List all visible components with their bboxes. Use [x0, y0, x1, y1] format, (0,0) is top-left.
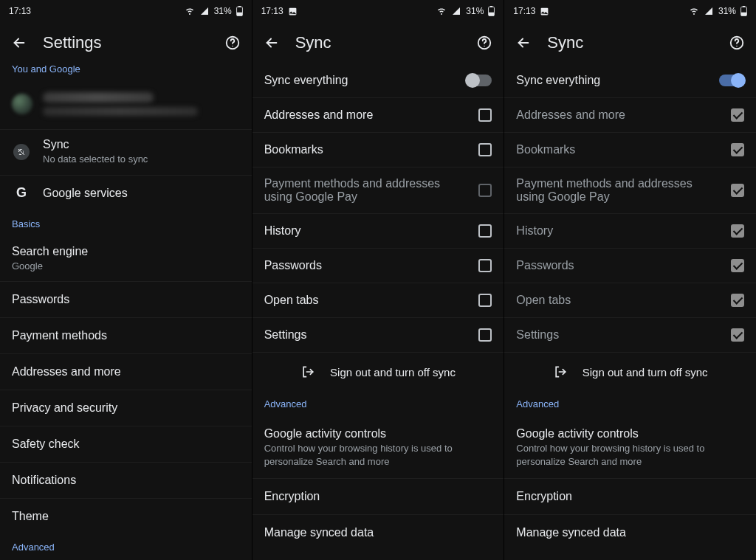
item-label: Open tabs: [516, 294, 719, 307]
section-advanced: Advanced: [504, 391, 756, 417]
help-button[interactable]: [726, 32, 747, 53]
google-services-row[interactable]: G Google services: [0, 175, 252, 211]
activity-sub: Control how your browsing history is use…: [264, 442, 492, 468]
search-engine-row[interactable]: Search engine Google: [0, 237, 252, 282]
encryption-row[interactable]: Encryption: [504, 478, 756, 514]
item-history: History: [504, 213, 756, 248]
privacy-label: Privacy and security: [12, 401, 240, 415]
svg-rect-1: [238, 6, 241, 7]
svg-rect-13: [743, 6, 746, 7]
privacy-row[interactable]: Privacy and security: [0, 390, 252, 426]
app-bar: Settings: [0, 22, 252, 63]
sync-everything-switch[interactable]: [719, 75, 744, 86]
notifications-row[interactable]: Notifications: [0, 462, 252, 498]
account-row[interactable]: [0, 82, 252, 129]
sync-subtitle: No data selected to sync: [43, 153, 240, 166]
payment-methods-row[interactable]: Payment methods: [0, 317, 252, 353]
activity-title: Google activity controls: [264, 427, 492, 440]
section-you-and-google: You and Google: [0, 63, 252, 82]
svg-rect-14: [741, 13, 746, 15]
item-label: Payment methods and addresses using Goog…: [264, 177, 467, 204]
status-battery-pct: 31%: [466, 6, 484, 16]
item-label: Passwords: [516, 259, 719, 272]
account-email-redacted: [43, 107, 198, 116]
item-settings[interactable]: Settings: [252, 317, 504, 352]
help-icon: [729, 35, 745, 51]
help-button[interactable]: [474, 32, 495, 53]
activity-controls-row[interactable]: Google activity controls Control how you…: [504, 417, 756, 478]
checkbox: [731, 328, 744, 342]
checkbox[interactable]: [478, 108, 492, 122]
item-addresses[interactable]: Addresses and more: [252, 97, 504, 132]
back-button[interactable]: [261, 32, 282, 53]
battery-icon: [740, 6, 747, 16]
sync-everything-switch[interactable]: [467, 75, 492, 86]
account-name-redacted: [43, 92, 154, 103]
sync-everything-row[interactable]: Sync everything: [504, 63, 756, 97]
safety-row[interactable]: Safety check: [0, 426, 252, 462]
signal-icon: [704, 7, 714, 15]
section-basics: Basics: [0, 211, 252, 237]
item-google-pay: Payment methods and addresses using Goog…: [252, 167, 504, 213]
back-button[interactable]: [513, 32, 534, 53]
sync-everything-label: Sync everything: [516, 74, 707, 87]
section-advanced: Advanced: [252, 391, 504, 417]
signout-icon: [553, 364, 569, 379]
help-button[interactable]: [222, 32, 243, 53]
theme-row[interactable]: Theme: [0, 498, 252, 534]
item-label: Passwords: [264, 259, 467, 272]
checkbox[interactable]: [478, 143, 492, 156]
item-passwords: Passwords: [504, 248, 756, 283]
back-button[interactable]: [9, 32, 30, 53]
signout-row[interactable]: Sign out and turn off sync: [252, 352, 504, 391]
battery-icon: [236, 6, 243, 16]
theme-label: Theme: [12, 510, 240, 523]
passwords-label: Passwords: [12, 293, 240, 306]
item-label: Payment methods and addresses using Goog…: [516, 177, 719, 204]
sync-off-icon: [13, 144, 30, 160]
manage-synced-row[interactable]: Manage synced data: [252, 514, 504, 550]
passwords-row[interactable]: Passwords: [0, 281, 252, 317]
activity-title: Google activity controls: [516, 427, 744, 440]
sync-title: Sync: [43, 138, 240, 151]
checkbox[interactable]: [478, 259, 492, 272]
signout-row[interactable]: Sign out and turn off sync: [504, 352, 756, 391]
svg-rect-7: [490, 6, 493, 7]
encryption-row[interactable]: Encryption: [252, 478, 504, 514]
notifications-label: Notifications: [12, 474, 240, 487]
checkbox: [731, 108, 744, 122]
battery-icon: [488, 6, 495, 16]
item-history[interactable]: History: [252, 213, 504, 248]
activity-controls-row[interactable]: Google activity controls Control how you…: [252, 417, 504, 478]
svg-point-10: [484, 46, 485, 46]
item-addresses: Addresses and more: [504, 97, 756, 132]
signout-label: Sign out and turn off sync: [330, 366, 456, 378]
item-settings: Settings: [504, 317, 756, 352]
status-time: 17:13: [9, 6, 31, 16]
arrow-left-icon: [515, 35, 532, 51]
addresses-row[interactable]: Addresses and more: [0, 353, 252, 390]
item-passwords[interactable]: Passwords: [252, 248, 504, 283]
item-label: Bookmarks: [264, 143, 467, 156]
item-label: Settings: [264, 328, 467, 342]
item-open-tabs[interactable]: Open tabs: [252, 283, 504, 317]
checkbox: [731, 184, 744, 197]
checkbox[interactable]: [478, 328, 492, 342]
item-bookmarks: Bookmarks: [504, 132, 756, 167]
item-label: Bookmarks: [516, 143, 719, 156]
svg-rect-2: [237, 13, 242, 15]
arrow-left-icon: [11, 35, 27, 51]
item-bookmarks[interactable]: Bookmarks: [252, 132, 504, 167]
checkbox[interactable]: [478, 294, 492, 307]
checkbox: [731, 259, 744, 272]
status-battery-pct: 31%: [718, 6, 736, 16]
svg-point-16: [736, 46, 737, 46]
manage-synced-row[interactable]: Manage synced data: [504, 514, 756, 550]
item-label: Addresses and more: [516, 108, 719, 122]
page-title: Sync: [295, 33, 461, 52]
sync-everything-label: Sync everything: [264, 74, 456, 87]
checkbox[interactable]: [478, 224, 492, 238]
sync-everything-row[interactable]: Sync everything: [252, 63, 504, 97]
status-battery-pct: 31%: [214, 6, 232, 16]
sync-row[interactable]: Sync No data selected to sync: [0, 129, 252, 175]
